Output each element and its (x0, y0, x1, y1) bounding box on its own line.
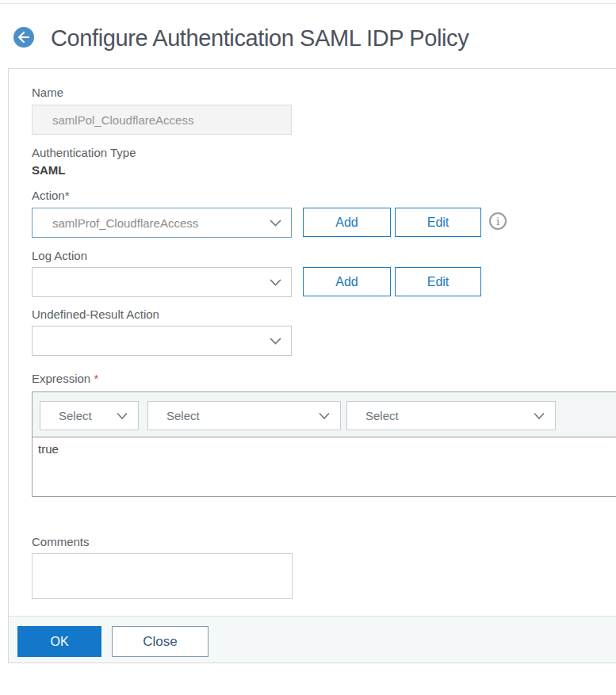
expression-select-3-value: Select (347, 409, 533, 422)
chevron-down-icon (318, 412, 331, 420)
comments-label: Comments (32, 535, 90, 548)
expression-builder-toolbar: Select Select Select (33, 392, 616, 437)
footer-bar: OK Close (9, 616, 616, 663)
log-action-add-button[interactable]: Add (303, 267, 391, 296)
expression-select-3[interactable]: Select (346, 401, 556, 430)
back-button[interactable] (13, 27, 34, 48)
arrow-left-icon (17, 32, 30, 43)
undefined-result-action-select[interactable] (32, 326, 292, 356)
expression-select-2-value: Select (148, 409, 318, 422)
log-action-edit-button[interactable]: Edit (395, 267, 481, 296)
form-panel: Name Authentication Type SAML Action* sa… (8, 68, 616, 663)
auth-type-label: Authentication Type (32, 146, 136, 159)
expression-label-text: Expression (32, 372, 90, 385)
undefined-result-action-label: Undefined-Result Action (32, 307, 159, 321)
close-button[interactable]: Close (112, 626, 209, 657)
expression-label: Expression * (32, 372, 98, 385)
action-label: Action* (32, 189, 70, 202)
action-edit-button[interactable]: Edit (395, 208, 481, 237)
chevron-down-icon (269, 219, 282, 227)
expression-select-2[interactable]: Select (147, 401, 341, 430)
log-action-label: Log Action (32, 249, 87, 262)
name-input[interactable] (32, 105, 292, 135)
ok-button[interactable]: OK (17, 626, 101, 657)
required-asterisk: * (94, 372, 98, 385)
info-icon[interactable]: i (489, 212, 507, 230)
page-title: Configure Authentication SAML IDP Policy (51, 23, 469, 53)
chevron-down-icon (533, 412, 545, 420)
chevron-down-icon (269, 278, 282, 287)
top-divider (0, 3, 616, 4)
name-label: Name (32, 86, 63, 99)
expression-builder: Select Select Select (32, 391, 616, 497)
expression-select-1-value: Select (40, 409, 116, 422)
expression-select-1[interactable]: Select (40, 401, 139, 430)
comments-textarea[interactable] (32, 553, 293, 599)
log-action-select[interactable] (32, 267, 292, 297)
chevron-down-icon (116, 412, 128, 420)
chevron-down-icon (269, 337, 282, 346)
configure-saml-idp-policy-screen: Configure Authentication SAML IDP Policy… (0, 0, 616, 695)
expression-editor[interactable]: true (33, 437, 616, 497)
auth-type-value: SAML (32, 163, 66, 177)
action-select-value: samlProf_CloudflareAccess (33, 216, 269, 230)
action-add-button[interactable]: Add (303, 208, 391, 237)
action-select[interactable]: samlProf_CloudflareAccess (32, 208, 292, 238)
